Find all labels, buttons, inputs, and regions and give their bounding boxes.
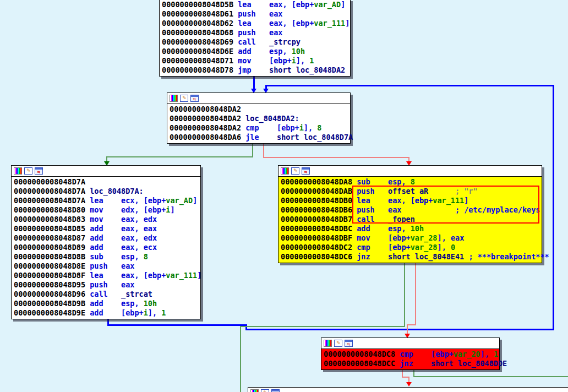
asm-token[interactable]: 0000000008048D5B xyxy=(162,0,238,9)
asm-line[interactable]: 0000000008048D8B sub esp, 8 xyxy=(14,252,199,262)
asm-token[interactable]: 1 xyxy=(309,56,314,65)
asm-token[interactable]: call xyxy=(90,290,121,298)
asm-token[interactable]: 0000000008048D8B xyxy=(14,252,90,261)
edit-icon[interactable]: ✎ xyxy=(24,167,32,175)
block-bottom-partial-title-bar[interactable]: ✎⇆ xyxy=(248,388,568,392)
asm-token[interactable]: 0000000008048D7A xyxy=(14,196,90,205)
asm-token[interactable]: 0000000008048DB7 xyxy=(281,215,357,224)
asm-line[interactable]: 0000000008048D71 mov [ebp+i], 1 xyxy=(162,56,349,66)
block-8048da2-title-bar[interactable]: ✎⇆ xyxy=(167,93,350,104)
asm-token[interactable]: mov [ebp+ xyxy=(357,233,411,242)
block-8048da2[interactable]: ✎⇆0000000008048DA20000000008048DA2 loc_8… xyxy=(167,92,351,144)
asm-token[interactable]: var_28 xyxy=(411,243,438,252)
asm-token[interactable]: lea eax, [ebp+ xyxy=(238,19,314,28)
asm-line[interactable]: 0000000008048DBF mov [ebp+var_28], eax xyxy=(281,233,540,243)
asm-token[interactable]: 0000000008048D68 xyxy=(162,28,238,37)
asm-line[interactable]: 0000000008048D9E add [ebp+i], 1 xyxy=(14,308,199,318)
asm-line[interactable]: 0000000008048D9B add esp, 10h xyxy=(14,299,199,308)
asm-token[interactable]: 0000000008048DC6 xyxy=(281,252,357,261)
asm-token[interactable]: 0000000008048D6E xyxy=(162,47,238,56)
asm-line[interactable]: 0000000008048D87 add eax, edx xyxy=(14,233,199,243)
asm-line[interactable]: 0000000008048D61 push eax xyxy=(162,9,349,19)
asm-token[interactable]: 0000000008048D61 xyxy=(162,9,238,18)
asm-token[interactable]: var_AD xyxy=(166,196,193,205)
asm-token[interactable]: 10h xyxy=(144,299,157,308)
asm-token[interactable]: 0000000008048DC8 xyxy=(324,350,400,358)
asm-token[interactable]: mov edx, [ebp+ xyxy=(90,205,166,214)
asm-token[interactable]: 0000000008048DBC xyxy=(281,224,357,233)
asm-token[interactable]: 0 xyxy=(451,243,455,252)
asm-token[interactable]: 10h xyxy=(411,224,424,233)
palette-icon[interactable] xyxy=(281,167,289,175)
asm-line[interactable]: 0000000008048D7A lea ecx, [ebp+var_AD] xyxy=(14,196,199,205)
asm-token[interactable]: ] xyxy=(193,196,197,205)
graph-canvas[interactable]: 0000000008048D5B lea eax, [ebp+var_AD]00… xyxy=(0,0,568,392)
asm-token[interactable]: 0000000008048D71 xyxy=(162,56,238,65)
asm-token[interactable]: ], xyxy=(304,123,317,132)
asm-token[interactable]: 0000000008048D89 xyxy=(14,243,90,252)
asm-token[interactable]: var_20 xyxy=(454,350,480,358)
asm-token[interactable]: var_AD xyxy=(314,0,341,9)
asm-line[interactable]: 0000000008048DC8 cmp [ebp+var_20], 1 xyxy=(324,350,498,359)
asm-token[interactable]: add esp, xyxy=(238,47,292,56)
asm-token[interactable]: ], xyxy=(480,350,494,358)
asm-line[interactable]: 0000000008048D85 add eax, eax xyxy=(14,224,199,233)
asm-token[interactable]: push eax xyxy=(90,262,134,270)
asm-token[interactable]: 0000000008048DA6 xyxy=(170,133,245,141)
asm-token[interactable]: 0000000008048DA2 xyxy=(170,114,245,123)
asm-token[interactable]: push eax xyxy=(90,280,134,289)
asm-token[interactable]: i xyxy=(144,308,148,317)
edit-icon[interactable]: ✎ xyxy=(180,95,188,102)
asm-line[interactable]: 0000000008048D62 lea eax, [ebp+var_111] xyxy=(162,19,349,28)
group-icon[interactable]: ⇆ xyxy=(302,167,310,175)
asm-token[interactable]: i xyxy=(292,56,296,65)
asm-token[interactable]: eax, [ebp+ xyxy=(269,0,314,9)
asm-token[interactable]: jnz xyxy=(357,252,388,261)
asm-line[interactable]: 0000000008048D7A xyxy=(14,177,199,187)
asm-line[interactable]: 0000000008048D7A loc_8048D7A: xyxy=(14,187,199,196)
palette-icon[interactable] xyxy=(324,340,332,347)
block-8048dc8[interactable]: ✎⇆0000000008048DC8 cmp [ebp+var_20], 100… xyxy=(321,337,500,370)
asm-token[interactable]: 8 xyxy=(317,123,321,132)
group-icon[interactable]: ⇆ xyxy=(35,167,43,175)
asm-token[interactable]: 0000000008048D7A xyxy=(14,177,85,186)
asm-token[interactable]: 0000000008048D78 xyxy=(162,66,238,74)
asm-token[interactable]: push eax xyxy=(238,28,282,37)
edit-icon[interactable]: ✎ xyxy=(291,167,299,175)
block-8048d7a-title-bar[interactable]: ✎⇆ xyxy=(12,166,200,177)
asm-token[interactable]: ], eax xyxy=(438,233,465,242)
asm-token[interactable]: 0000000008048DB6 xyxy=(281,205,357,214)
block-8048dc8-title-bar[interactable]: ✎⇆ xyxy=(321,338,499,349)
asm-line[interactable]: 0000000008048D69 call _strcpy xyxy=(162,37,349,47)
asm-line[interactable]: 0000000008048DC2 cmp [ebp+var_28], 0 xyxy=(281,243,540,252)
asm-line[interactable]: 0000000008048DA2 loc_8048DA2: xyxy=(170,114,349,123)
group-icon[interactable]: ⇆ xyxy=(190,95,199,102)
asm-token[interactable]: add eax, edx xyxy=(90,233,157,242)
asm-token[interactable]: 10h xyxy=(292,47,305,56)
asm-token[interactable]: short loc_8048E41 xyxy=(388,252,464,261)
asm-line[interactable]: 0000000008048DC6 jnz short loc_8048E41 ;… xyxy=(281,252,540,262)
asm-token[interactable]: 0000000008048D62 xyxy=(162,19,238,28)
asm-token[interactable]: 0000000008048DA8 xyxy=(281,177,357,186)
asm-token[interactable]: 0000000008048D80 xyxy=(14,205,90,214)
asm-line[interactable]: 0000000008048D80 mov edx, [ebp+i] xyxy=(14,205,199,215)
asm-token[interactable]: _strcpy xyxy=(269,37,301,46)
asm-token[interactable]: 0000000008048D83 xyxy=(14,215,90,224)
asm-line[interactable]: 0000000008048DBC add esp, 10h xyxy=(281,224,540,233)
asm-token[interactable]: ] xyxy=(170,205,174,214)
asm-token[interactable]: 0000000008048D7A xyxy=(14,187,90,195)
asm-token[interactable]: var_111 xyxy=(166,271,197,280)
palette-icon[interactable] xyxy=(170,95,178,102)
asm-token[interactable]: loc_8048D7A: xyxy=(90,187,144,195)
asm-token[interactable]: loc_8048DA2: xyxy=(245,114,299,123)
asm-line[interactable]: 0000000008048D96 call _strcat xyxy=(14,290,199,299)
asm-token[interactable]: call xyxy=(238,37,269,46)
asm-token[interactable]: cmp [ebp+ xyxy=(245,123,299,132)
asm-line[interactable]: 0000000008048D6E add esp, 10h xyxy=(162,47,349,56)
asm-token[interactable]: 0000000008048D8E xyxy=(14,262,90,270)
asm-token[interactable]: add eax, eax xyxy=(90,224,157,233)
asm-token[interactable]: 0000000008048D87 xyxy=(14,233,90,242)
asm-token[interactable]: cmp [ebp+ xyxy=(357,243,411,252)
asm-token[interactable]: lea xyxy=(238,0,269,9)
asm-line[interactable]: 0000000008048D89 add eax, ecx xyxy=(14,243,199,252)
